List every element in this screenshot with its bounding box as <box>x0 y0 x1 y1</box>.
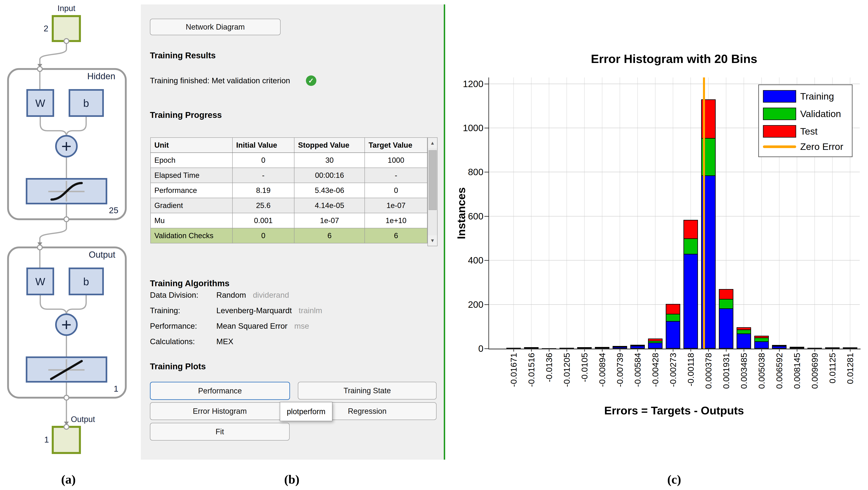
histogram-bar-test <box>630 345 645 346</box>
y-tick-mark <box>485 172 489 172</box>
table-header-cell: Stopped Value <box>294 138 365 153</box>
panel-divider <box>444 4 445 460</box>
v-gridline <box>584 77 585 349</box>
input-size-label: 2 <box>44 24 48 33</box>
table-cell-stopped: 5.43e-06 <box>294 183 365 198</box>
v-gridline <box>744 77 744 349</box>
y-tick-label: 1000 <box>439 123 484 133</box>
hidden-bias-label: b <box>83 97 89 109</box>
v-gridline <box>655 77 655 349</box>
output-weight-label: W <box>35 276 45 288</box>
algorithm-value: Mean Squared Error <box>216 322 287 330</box>
histogram-bar-test <box>683 220 698 238</box>
table-cell-stopped: 6 <box>294 228 365 243</box>
histogram-bar-test <box>825 348 840 348</box>
x-axis-line <box>489 349 861 349</box>
algorithm-label: Training: <box>150 306 216 315</box>
algorithm-code: trainlm <box>299 306 322 315</box>
table-cell-unit: Elapsed Time <box>151 168 232 183</box>
chart-legend: TrainingValidationTestZero Error <box>758 85 852 157</box>
table-cell-stopped: 4.14e-05 <box>294 198 365 213</box>
table-header-cell: Initial Value <box>232 138 294 153</box>
histogram-bar-validation <box>666 314 680 321</box>
output-layer-label: Output <box>89 250 115 260</box>
legend-swatch-test <box>763 125 796 138</box>
table-row: Performance8.195.43e-060 <box>151 183 427 198</box>
network-diagram-button[interactable]: Network Diagram <box>150 19 281 35</box>
hidden-layer-label: Hidden <box>87 71 115 81</box>
table-cell-unit: Gradient <box>151 198 232 213</box>
histogram-bar-training <box>754 341 769 349</box>
input-label: Input <box>58 4 75 13</box>
table-cell-initial: 0 <box>232 153 294 168</box>
histogram-bar-test <box>559 348 574 349</box>
histogram-bar-test <box>648 338 662 341</box>
histogram-bar-test <box>807 348 822 349</box>
y-tick-label: 0 <box>439 344 484 354</box>
table-cell-stopped: 30 <box>294 153 365 168</box>
table-cell-stopped: 1e-07 <box>294 213 365 228</box>
table-row: Mu0.0011e-071e+10 <box>151 213 427 228</box>
table-cell-target: 1e-07 <box>365 198 427 213</box>
h-gridline <box>489 84 860 84</box>
table-cell-initial: 25.6 <box>232 198 294 213</box>
plot-button-performance[interactable]: Performance <box>150 382 290 400</box>
legend-label: Zero Error <box>800 140 843 153</box>
output-size-label: 1 <box>44 435 49 444</box>
table-header-cell: Target Value <box>365 138 427 153</box>
y-tick-label: 200 <box>439 299 484 309</box>
scroll-down-icon[interactable]: ▼ <box>428 235 437 246</box>
plotperform-tooltip: plotperform <box>280 402 333 421</box>
v-gridline <box>620 77 620 349</box>
histogram-bar-validation <box>754 337 769 341</box>
histogram-bar-training <box>648 342 662 349</box>
plot-button-fit[interactable]: Fit <box>150 423 289 440</box>
histogram-bar-validation <box>719 299 733 308</box>
v-gridline <box>602 77 602 349</box>
table-header-cell: Unit <box>151 138 232 153</box>
algorithm-code: mse <box>294 322 309 330</box>
status-check-icon: ✓ <box>306 75 316 86</box>
algorithm-label: Performance: <box>150 322 216 330</box>
zero-error-line <box>703 77 705 349</box>
legend-zero-error-line-icon <box>763 145 796 148</box>
output-node <box>53 427 80 453</box>
histogram-bar-test <box>595 347 610 348</box>
histogram-bar-test <box>506 348 521 349</box>
table-cell-initial: 8.19 <box>232 183 294 198</box>
histogram-bar-training <box>613 347 627 349</box>
algorithm-label: Data Division: <box>150 291 216 299</box>
legend-label: Training <box>800 90 834 103</box>
histogram-bar-test <box>666 304 680 314</box>
training-progress-heading: Training Progress <box>150 110 222 120</box>
plot-button-error-histogram[interactable]: Error Histogram <box>150 402 289 420</box>
table-cell-target: - <box>365 168 427 183</box>
table-cell-target: 1e+10 <box>365 213 427 228</box>
table-scrollbar[interactable]: ▲ ▼ <box>428 137 437 246</box>
histogram-bar-training <box>630 346 645 349</box>
network-diagram: Input 2 Hidden W b + 25 Output W b + 1 O… <box>0 0 141 490</box>
histogram-bar-test <box>719 289 733 299</box>
scrollbar-thumb[interactable] <box>429 150 437 210</box>
y-tick-mark <box>485 216 489 217</box>
histogram-bar-test <box>524 347 538 348</box>
histogram-bar-validation <box>683 238 698 254</box>
algorithm-row: Data Division:Randomdividerand <box>150 291 289 301</box>
algorithm-value: Levenberg-Marquardt <box>216 306 292 315</box>
legend-label: Test <box>800 125 817 138</box>
output-sum-label: + <box>61 315 71 334</box>
histogram-bar-test <box>790 347 804 348</box>
table-cell-initial: - <box>232 168 294 183</box>
histogram-bar-training <box>737 333 751 349</box>
scroll-up-icon[interactable]: ▲ <box>428 138 437 148</box>
algorithm-label: Calculations: <box>150 337 216 346</box>
h-gridline <box>489 260 860 260</box>
hidden-weight-label: W <box>35 97 45 109</box>
chart-x-axis-label: Errors = Targets - Outputs <box>489 404 860 417</box>
algorithm-row: Training:Levenberg-Marquardttrainlm <box>150 306 322 317</box>
y-tick-mark <box>485 349 489 349</box>
algorithm-row: Performance:Mean Squared Errormse <box>150 322 309 332</box>
plot-button-training-state[interactable]: Training State <box>298 382 436 399</box>
algorithm-value: MEX <box>216 337 234 346</box>
y-tick-mark <box>485 128 489 128</box>
